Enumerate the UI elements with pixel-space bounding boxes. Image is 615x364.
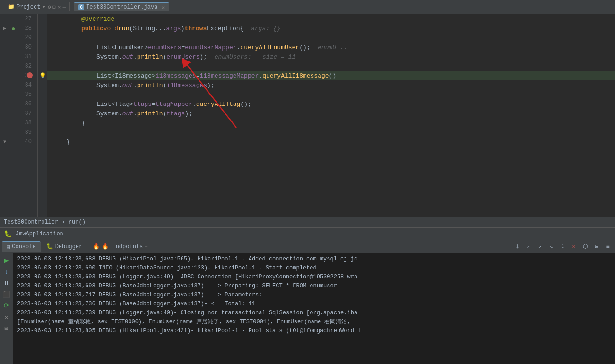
debug-restart-btn[interactable]: ⟳ (1, 301, 12, 311)
brace-close-40: } (66, 139, 70, 146)
fold-panel: ▶ ▼ (0, 14, 9, 217)
debug-minimize-btn[interactable]: ⊟ (1, 323, 12, 334)
console-text-2: 2023-06-03 12:13:23,693 DEBUG (Logger.ja… (17, 274, 357, 280)
gutter-33[interactable]: 💡 (38, 71, 47, 80)
toolbar-btn-step-into[interactable]: ↙ (523, 242, 534, 252)
var-args-28: args (166, 25, 181, 32)
toolbar-btn-mute[interactable]: ⬡ (580, 242, 590, 252)
gutter-31 (38, 52, 47, 61)
breadcrumb: Test30Controller › run() (0, 217, 615, 227)
console-text-7: [EnumUser(name=室橘彩穂, sex=TEST0000), Enum… (17, 318, 351, 326)
project-extra-icon: ⊞ (52, 4, 56, 10)
fold-row-38 (0, 118, 9, 128)
debug-resume-btn[interactable]: ▶ (1, 255, 12, 266)
console-line-7: [EnumUser(name=室橘彩穂, sex=TEST0000), Enum… (13, 317, 615, 326)
var-i18messages-34: i18messages (166, 82, 207, 89)
toolbar-btn-settings[interactable]: ⊟ (591, 242, 602, 252)
tab-console[interactable]: ▤ Console (2, 241, 41, 252)
console-text-0: 2023-06-03 12:13:23,688 DEBUG (HikariPoo… (17, 256, 357, 262)
code-line-32[interactable] (47, 61, 615, 71)
file-tab-close[interactable]: ✕ (161, 4, 165, 10)
toolbar-btn-run-cursor[interactable]: ↘ (546, 242, 556, 252)
op-eq-36: = (152, 101, 156, 108)
hint-30: enumU... (311, 44, 347, 51)
var-mapper-36: ttagMapper (156, 101, 192, 108)
fold-row-34 (0, 80, 9, 90)
console-line-3: 2023-06-03 12:13:23,698 DEBUG (BaseJdbcL… (13, 281, 615, 290)
console-area[interactable]: 2023-06-03 12:13:23,688 DEBUG (HikariPoo… (13, 253, 615, 364)
bulb-icon-33[interactable]: 💡 (39, 72, 46, 79)
op-call-36: (); (240, 101, 251, 108)
project-tab[interactable]: 📁 Project ▾ ⚙ ⊞ ✕ ← (4, 2, 70, 11)
debug-pause-btn[interactable]: ⏸ (1, 278, 12, 288)
debug-step-over-btn[interactable]: ↓ (1, 267, 12, 277)
fold-row-32 (0, 61, 9, 71)
type-i18-33: I18message (115, 72, 152, 79)
op-dot1-37: . (119, 110, 122, 117)
code-line-33[interactable]: List < I18message > i18messages = i18mes… (47, 71, 615, 80)
op-brace-28: { (240, 25, 244, 32)
code-line-40[interactable]: } (47, 137, 615, 147)
code-line-37[interactable]: System . out . println ( ttags ); (47, 109, 615, 118)
line-num-35: 35 (13, 90, 34, 99)
fold-row-37 (0, 109, 9, 118)
op-paren2-34: ); (207, 82, 215, 89)
tab-endpoints[interactable]: 🔥 🔥 Endpoints → (88, 241, 152, 252)
tab-debugger[interactable]: 🐛 Debugger (42, 241, 87, 252)
debugger-label: Debugger (55, 243, 83, 250)
var-enumusers-31: enumUsers (166, 53, 199, 61)
op-paren2-31: ); (199, 53, 207, 61)
code-line-36[interactable]: List < Ttag > ttags = ttagMapper . query… (47, 99, 615, 109)
line-num-27: 27 (13, 14, 34, 24)
code-area[interactable]: @Override public void run ( String ... a… (47, 14, 615, 217)
annotation-override: @Override (81, 16, 114, 23)
toolbar-btn-stop[interactable]: ✕ (569, 242, 579, 252)
project-gear-icon: ⚙ (48, 4, 51, 10)
type-list-36: List (96, 101, 111, 108)
code-line-28[interactable]: public void run ( String ... args ) thro… (47, 24, 615, 33)
code-line-35[interactable] (47, 90, 615, 99)
code-line-29[interactable] (47, 33, 615, 43)
method-println-31: println (137, 53, 163, 61)
fold-row-28[interactable]: ▶ (0, 24, 9, 33)
toolbar-btn-step-over[interactable]: ⤵ (512, 242, 522, 252)
endpoints-arrow: → (145, 244, 147, 249)
line-num-39: 39 (13, 128, 34, 137)
op-gt-33: > (152, 72, 156, 79)
code-line-31[interactable]: System . out . println ( enumUsers ); en… (47, 52, 615, 61)
console-icon: ▤ (7, 243, 10, 251)
file-type-icon: C (78, 4, 84, 10)
title-bar: 📁 Project ▾ ⚙ ⊞ ✕ ← C Test30Controller.j… (0, 0, 615, 14)
op-dot2-37: . (133, 110, 137, 117)
code-line-27[interactable]: @Override (47, 14, 615, 24)
file-tab-label: Test30Controller.java (86, 4, 157, 10)
op-eq-30: = (181, 44, 185, 51)
var-mapper-30: enumUserMapper (185, 44, 236, 51)
op-call-33: () (329, 72, 337, 79)
console-text-6: 2023-06-03 12:13:23,739 DEBUG (Logger.ja… (17, 310, 357, 316)
line-num-40: 40 (13, 137, 34, 147)
op-paren1-34: ( (163, 82, 166, 89)
toolbar-btn-layout[interactable]: ≡ (603, 242, 613, 252)
breadcrumb-text: Test30Controller › run() (4, 219, 86, 225)
op-dot-30: . (237, 44, 241, 51)
op-call-30: (); (299, 44, 310, 51)
line-num-36: 36 (13, 99, 34, 109)
type-list-33: List (96, 72, 111, 79)
code-line-34[interactable]: System . out . println ( i18messages ); (47, 80, 615, 90)
gutter-40 (38, 137, 47, 147)
op-dot2-31: . (133, 53, 137, 61)
toolbar-btn-evaluate[interactable]: ⤵ (557, 242, 568, 252)
file-tab[interactable]: C Test30Controller.java ✕ (74, 2, 169, 11)
code-line-39[interactable] (47, 128, 615, 137)
code-line-30[interactable]: List < EnumUser > enumUsers = enumUserMa… (47, 43, 615, 52)
debug-stop-btn[interactable]: ⬛ (1, 289, 12, 300)
debug-close-btn[interactable]: ✕ (1, 312, 12, 322)
current-line-indicator: ● (11, 25, 15, 33)
toolbar-btn-step-out[interactable]: ↗ (535, 242, 545, 252)
op-vararg-28: ... (155, 25, 166, 32)
endpoints-icon: 🔥 (93, 243, 100, 250)
fold-row-35 (0, 90, 9, 99)
endpoints-label: 🔥 Endpoints (102, 243, 143, 250)
code-line-38[interactable]: } (47, 118, 615, 128)
